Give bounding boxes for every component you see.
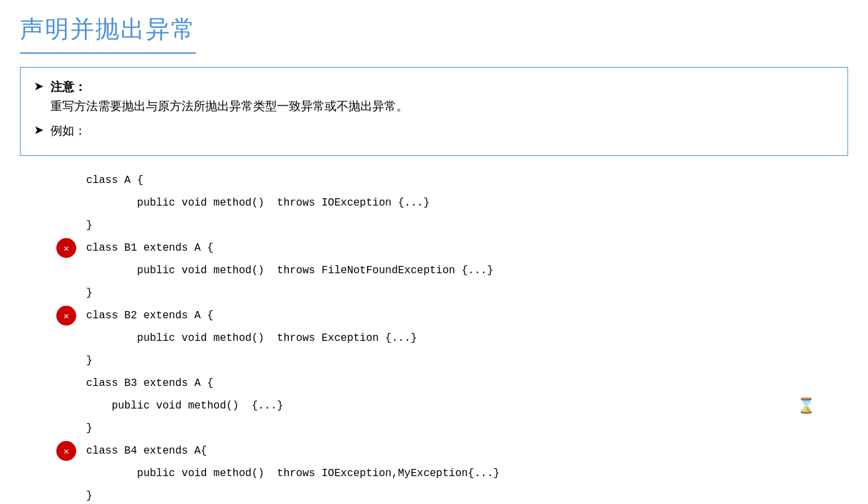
code-text-b4-3: } (86, 490, 93, 502)
code-block-class-b2: ✕ class B2 extends A { public void metho… (86, 304, 848, 372)
code-row-a2: public void method() throws IOException … (86, 192, 848, 214)
arrow-icon-2: ➤ (34, 123, 44, 137)
code-text-b2-3: } (86, 355, 93, 367)
note-detail-1: 重写方法需要抛出与原方法所抛出异常类型一致异常或不抛出异常。 (50, 99, 408, 113)
code-text-b3-2: public void method() {...} (86, 400, 284, 412)
page-container: 声明并抛出异常 ➤ 注意： 重写方法需要抛出与原方法所抛出异常类型一致异常或不抛… (0, 0, 868, 504)
code-row-b2-2: public void method() throws Exception {.… (86, 327, 848, 349)
error-icon-b2: ✕ (56, 306, 76, 326)
title-section: 声明并抛出异常 (20, 13, 848, 54)
code-text-a1: class A { (86, 174, 143, 186)
code-text-a2: public void method() throws IOException … (86, 197, 429, 209)
code-text-b1-3: } (86, 287, 93, 299)
code-text-b3-3: } (86, 422, 93, 434)
error-icon-b1: ✕ (56, 238, 76, 258)
note-text-2: 例如： (50, 121, 86, 141)
code-row-b3-2: public void method() {...} ⌛ (86, 395, 848, 417)
code-text-b2-1: class B2 extends A { (86, 310, 213, 322)
page-title: 声明并抛出异常 (20, 13, 196, 54)
error-icon-b4: ✕ (56, 441, 76, 461)
code-row-b4-3: } (86, 485, 848, 504)
code-text-b3-1: class B3 extends A { (86, 377, 213, 389)
code-block-class-a: class A { public void method() throws IO… (86, 169, 848, 237)
code-text-b1-2: public void method() throws FileNotFound… (86, 265, 494, 277)
code-block-class-b3: class B3 extends A { public void method(… (86, 372, 848, 440)
code-row-b1-3: } (86, 282, 848, 304)
code-row-b4-1: ✕ class B4 extends A{ (86, 440, 848, 462)
code-text-a3: } (86, 220, 93, 231)
hourglass-icon: ⌛ (797, 397, 815, 415)
arrow-icon-1: ➤ (34, 79, 44, 94)
note-text-1: 注意： 重写方法需要抛出与原方法所抛出异常类型一致异常或不抛出异常。 (50, 78, 408, 116)
note-item-2: ➤ 例如： (34, 121, 834, 141)
code-text-b1-1: class B1 extends A { (86, 242, 213, 254)
code-container: class A { public void method() throws IO… (20, 166, 848, 504)
code-row-a3: } (86, 214, 848, 237)
code-row-b3-3: } (86, 417, 848, 440)
code-row-b2-3: } (86, 349, 848, 372)
code-block-class-b1: ✕ class B1 extends A { public void metho… (86, 237, 848, 304)
code-row-a1: class A { (86, 169, 848, 192)
note-item-1: ➤ 注意： 重写方法需要抛出与原方法所抛出异常类型一致异常或不抛出异常。 (34, 78, 834, 116)
code-row-b3-1: class B3 extends A { (86, 372, 848, 395)
note-bold-1: 注意： (50, 80, 86, 94)
code-text-b2-2: public void method() throws Exception {.… (86, 332, 417, 344)
code-row-b1-1: ✕ class B1 extends A { (86, 237, 848, 259)
code-text-b4-2: public void method() throws IOException,… (86, 468, 500, 479)
code-block-class-b4: ✕ class B4 extends A{ public void method… (86, 440, 848, 504)
code-row-b1-2: public void method() throws FileNotFound… (86, 259, 848, 282)
code-text-b4-1: class B4 extends A{ (86, 445, 207, 457)
code-row-b2-1: ✕ class B2 extends A { (86, 304, 848, 327)
note-label-example: 例如： (50, 124, 86, 137)
note-box: ➤ 注意： 重写方法需要抛出与原方法所抛出异常类型一致异常或不抛出异常。 ➤ 例… (20, 67, 848, 156)
code-row-b4-2: public void method() throws IOException,… (86, 462, 848, 485)
